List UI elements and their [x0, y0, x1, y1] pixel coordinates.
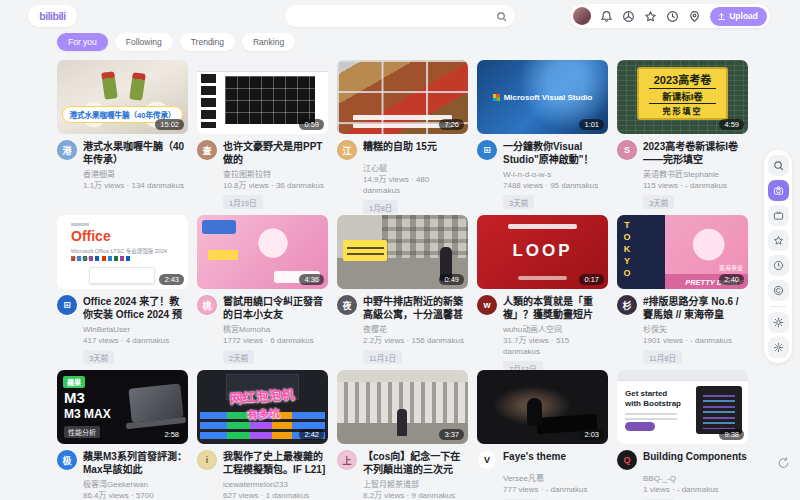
video-thumb[interactable]: Get started with Bootstrap9:38: [617, 370, 748, 444]
video-thumb[interactable]: LOOP0:17: [477, 215, 608, 289]
video-thumb[interactable]: TOKYO東海帝皇PRETTY DERBY2:40: [617, 215, 748, 289]
feed-tab[interactable]: Ranking: [242, 33, 295, 51]
uploader-avatar[interactable]: S: [617, 140, 637, 160]
video-title[interactable]: 一分鐘教你Visual Studio"原神啟動"！（適用於Blend）: [503, 140, 608, 166]
video-title[interactable]: 也许文豪野犬是用PPT做的: [223, 140, 328, 166]
channel-name[interactable]: 桃宮Momoha: [223, 324, 328, 335]
uploader-avatar[interactable]: i: [197, 450, 217, 470]
feed-tab[interactable]: Following: [115, 33, 173, 51]
duration-badge: 15:02: [155, 119, 184, 130]
channel-name[interactable]: 极客湾Geekerwan: [83, 479, 188, 490]
video-title[interactable]: 嘗試用繞口令糾正發音的日本小女友: [223, 295, 328, 321]
site-logo[interactable]: bilibili: [28, 5, 77, 27]
channel-name[interactable]: Versee凡慕: [503, 473, 608, 484]
rail-tv-button[interactable]: [768, 205, 789, 226]
floating-feedback-icon[interactable]: [777, 455, 790, 473]
video-title[interactable]: 【cos向】紀念一下在不列顛出道的三次元: [363, 450, 468, 476]
channel-name[interactable]: BBQ-_-Q: [643, 473, 748, 484]
bell-icon[interactable]: [600, 10, 613, 23]
uploader-avatar[interactable]: V: [477, 450, 497, 470]
video-title[interactable]: Building Components: [643, 450, 747, 470]
rail-settings-button[interactable]: [768, 337, 789, 358]
rail-creative-button[interactable]: [768, 280, 789, 301]
channel-name[interactable]: 香港细哥: [83, 169, 188, 180]
video-thumb[interactable]: 网红泡泡机有多坑2:42: [197, 370, 328, 444]
feed-tab[interactable]: Trending: [180, 33, 235, 51]
video-card[interactable]: 0:49 夜 中野牛排店附近的新築高級公寓，十分溫馨甚至九分乾淨 夜樱花 2.2…: [337, 215, 468, 361]
video-card[interactable]: 7:26 江 糟糕的自助 15元 江心赋 14.9万 views · 480 d…: [337, 60, 468, 206]
video-card[interactable]: OfficeMicrosoft Office LTSC 专业增强版 2024 P…: [57, 215, 188, 361]
channel-name[interactable]: 上智月姬茶道部: [363, 479, 468, 490]
video-thumb[interactable]: 3:37: [337, 370, 468, 444]
uploader-avatar[interactable]: ⊞: [57, 295, 77, 315]
uploader-avatar[interactable]: 查: [197, 140, 217, 160]
channel-name[interactable]: 江心赋: [363, 163, 468, 174]
video-card[interactable]: Get started with Bootstrap9:38 Q Buildin…: [617, 370, 748, 500]
channel-name[interactable]: WinBetaUser: [83, 324, 188, 335]
uploader-avatar[interactable]: 杉: [617, 295, 637, 315]
video-card[interactable]: 港式水果咖喱牛腩（40年传承）15:02 港 港式水果咖喱牛腩（40年传承） 香…: [57, 60, 188, 206]
uploader-avatar[interactable]: 夜: [337, 295, 357, 315]
uploader-avatar[interactable]: ⊞: [477, 140, 497, 160]
rail-favorites-button[interactable]: [768, 230, 789, 251]
video-card[interactable]: 2:03 V Faye's theme Versee凡慕 777 views ·…: [477, 370, 608, 500]
video-card[interactable]: 网红泡泡机有多坑2:42 i 我製作了史上最複雜的工程模擬類包。IF L21] …: [197, 370, 328, 500]
video-title[interactable]: 中野牛排店附近的新築高級公寓，十分溫馨甚至九分乾淨: [363, 295, 468, 321]
video-card[interactable]: 蘋果M3M3 MAX性能分析2:58 极 蘋果M3系列首發評測：Max早該如此 …: [57, 370, 188, 500]
uploader-avatar[interactable]: 极: [57, 450, 77, 470]
history-icon[interactable]: [666, 10, 679, 23]
uploader-avatar[interactable]: 港: [57, 140, 77, 160]
video-thumb[interactable]: OfficeMicrosoft Office LTSC 专业增强版 2024 P…: [57, 215, 188, 289]
channel-name[interactable]: 杉保矢: [643, 324, 748, 335]
search-input[interactable]: [293, 5, 496, 27]
channel-name[interactable]: 查拉图斯拉特: [223, 169, 328, 180]
rail-search-button[interactable]: [768, 155, 789, 176]
video-thumb[interactable]: 港式水果咖喱牛腩（40年传承）15:02: [57, 60, 188, 134]
video-title[interactable]: Office 2024 来了！教你安装 Office 2024 预览版!: [83, 295, 188, 321]
video-title[interactable]: 蘋果M3系列首發評測：Max早該如此: [83, 450, 188, 476]
video-card[interactable]: TOKYO東海帝皇PRETTY DERBY2:40 杉 #排版思路分享 No.6…: [617, 215, 748, 361]
channel-name[interactable]: icewatermelon233: [223, 479, 328, 490]
video-thumb[interactable]: 4:36: [197, 215, 328, 289]
video-title[interactable]: 港式水果咖喱牛腩（40年传承）: [83, 140, 188, 166]
video-card[interactable]: 3:37 上 【cos向】紀念一下在不列顛出道的三次元 上智月姬茶道部 8.2万…: [337, 370, 468, 500]
video-title[interactable]: 糟糕的自助 15元: [363, 140, 437, 160]
channel-name[interactable]: 夜樱花: [363, 324, 468, 335]
upload-button[interactable]: Upload: [710, 7, 767, 26]
video-title[interactable]: 2023高考卷新课标I卷——完形填空: [643, 140, 748, 166]
uploader-avatar[interactable]: 上: [337, 450, 357, 470]
uploader-avatar[interactable]: 江: [337, 140, 357, 160]
search-icon[interactable]: [496, 11, 507, 22]
video-card[interactable]: 0:59 查 也许文豪野犬是用PPT做的 查拉图斯拉特 10.8万 views …: [197, 60, 328, 206]
video-title[interactable]: Faye's theme: [503, 450, 566, 470]
video-thumb[interactable]: Microsoft Visual Studio1:01: [477, 60, 608, 134]
video-title[interactable]: 我製作了史上最複雜的工程模擬類包。IF L21]: [223, 450, 328, 476]
video-card[interactable]: 2023高考卷新课标I卷完形填空4:59 S 2023高考卷新课标I卷——完形填…: [617, 60, 748, 206]
uploader-avatar[interactable]: Q: [617, 450, 637, 470]
video-thumb[interactable]: 0:49: [337, 215, 468, 289]
video-title[interactable]: 人類的本質就是「重複」？獲獎動畫短片《LOOP》: [503, 295, 608, 321]
video-thumb[interactable]: 2:03: [477, 370, 608, 444]
video-card[interactable]: Microsoft Visual Studio1:01 ⊞ 一分鐘教你Visua…: [477, 60, 608, 206]
video-thumb[interactable]: 0:59: [197, 60, 328, 134]
channel-name[interactable]: 英语教书匠Stephanie: [643, 169, 748, 180]
user-avatar[interactable]: [573, 7, 591, 25]
video-card[interactable]: LOOP0:17 w 人類的本質就是「重複」？獲獎動畫短片《LOOP》 wuhu…: [477, 215, 608, 361]
video-title[interactable]: #排版思路分享 No.6 / 賽馬娘 // 東海帝皇: [643, 295, 748, 321]
search-bar[interactable]: [285, 5, 515, 27]
rail-history-button[interactable]: [768, 255, 789, 276]
channel-name[interactable]: wuhu动画人空间: [503, 324, 608, 335]
uploader-avatar[interactable]: w: [477, 295, 497, 315]
pin-icon[interactable]: [688, 10, 701, 23]
rail-camera-button[interactable]: [768, 180, 789, 201]
video-thumb[interactable]: 2023高考卷新课标I卷完形填空4:59: [617, 60, 748, 134]
video-card[interactable]: 4:36 桃 嘗試用繞口令糾正發音的日本小女友 桃宮Momoha 1772 vi…: [197, 215, 328, 361]
video-thumb[interactable]: 7:26: [337, 60, 468, 134]
uploader-avatar[interactable]: 桃: [197, 295, 217, 315]
feed-tab[interactable]: For you: [57, 33, 108, 51]
video-thumb[interactable]: 蘋果M3M3 MAX性能分析2:58: [57, 370, 188, 444]
channel-name[interactable]: W-i-n-d-o-w-s: [503, 169, 608, 180]
star-icon[interactable]: [644, 10, 657, 23]
rail-brightness-button[interactable]: [768, 312, 789, 333]
moments-icon[interactable]: [622, 10, 635, 23]
